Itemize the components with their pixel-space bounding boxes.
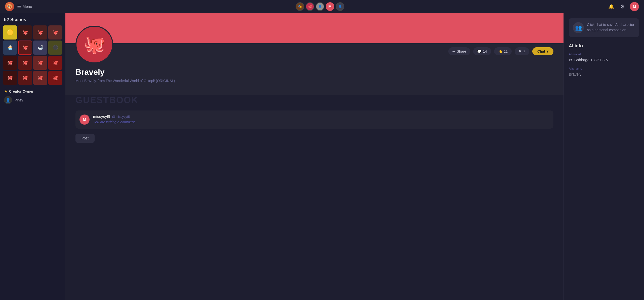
scene-thumb-16[interactable]: 🐙	[48, 71, 62, 85]
creator-name: Pinsy	[15, 98, 23, 102]
ai-name-label: AI's name	[569, 67, 639, 70]
comment-user-row: missycyf5 @missycyf5	[93, 115, 549, 119]
nav-user-current[interactable]: M	[326, 2, 334, 11]
character-avatar-wrap: 🐙	[75, 26, 113, 63]
menu-label: Menu	[23, 4, 32, 9]
character-name: Bravely	[75, 67, 553, 77]
ai-info-section: AI info AI model 🗂 Babbage + GPT 3.5 AI'…	[569, 43, 639, 76]
guestbook-section: GUESTBOOK M missycyf5 @missycyf5 You are…	[65, 95, 564, 143]
hamburger-icon: ☰	[17, 4, 21, 9]
topnav-right: 🔔 ⚙ M	[608, 2, 639, 11]
comments-count: 14	[483, 49, 487, 53]
scene-thumb-14[interactable]: 🐙	[18, 71, 32, 85]
sidebar: 52 Scenes 🟡 🐙 🐙 🐙 🧁 🐙 🛁 ⚫ 🐙 🐙 🐙 🐙 🐙 🐙 🐙 …	[0, 13, 65, 300]
scene-thumb-9[interactable]: 🐙	[3, 56, 17, 70]
scene-thumb-8[interactable]: ⚫	[48, 41, 62, 55]
nav-user-3[interactable]: 👤	[316, 2, 324, 11]
nav-user-5[interactable]: 👤	[336, 2, 344, 11]
ai-companion-hint: Click chat to save AI character as a per…	[587, 22, 635, 33]
scenes-title: 52 Scenes	[3, 17, 62, 22]
ai-companion-box: 👥 Click chat to save AI character as a p…	[569, 18, 639, 37]
share-icon: ↩	[452, 49, 455, 53]
guestbook-title: GUESTBOOK	[75, 95, 553, 105]
scenes-grid: 🟡 🐙 🐙 🐙 🧁 🐙 🛁 ⚫ 🐙 🐙 🐙 🐙 🐙 🐙 🐙 🐙	[3, 25, 62, 85]
hearts-button[interactable]: ❤ 7	[515, 47, 529, 55]
main-content: 🐙 ↩ Share 💬 14 👋 11	[65, 13, 564, 300]
wave-icon: 👋	[498, 49, 502, 53]
post-button[interactable]: Post	[75, 134, 95, 143]
creator-label-text: Creator/Owner	[9, 89, 33, 93]
character-emoji: 🐙	[84, 34, 105, 55]
character-avatar: 🐙	[75, 26, 113, 63]
scene-thumb-3[interactable]: 🐙	[33, 25, 47, 40]
waves-button[interactable]: 👋 11	[494, 47, 512, 55]
comment-user-avatar: M	[79, 115, 90, 125]
ai-model-value-row: 🗂 Babbage + GPT 3.5	[569, 58, 639, 62]
nav-avatar-1-img: 🎭	[298, 5, 302, 8]
wave-count: 11	[504, 49, 508, 53]
menu-button[interactable]: ☰ Menu	[17, 4, 32, 9]
companion-icon-glyph: 👥	[575, 24, 582, 31]
right-panel: 👥 Click chat to save AI character as a p…	[564, 13, 644, 300]
comment-area: M missycyf5 @missycyf5 You are writing a…	[75, 110, 553, 129]
nav-user-1[interactable]: 🎭	[296, 2, 304, 11]
comment-placeholder-text[interactable]: You are writing a comment.	[93, 120, 549, 124]
share-button[interactable]: ↩ Share	[448, 47, 470, 55]
nav-avatar-2-img: 🐙	[308, 5, 312, 8]
chat-chevron-icon: ▾	[547, 49, 548, 53]
topnav: 🎨 ☰ Menu 🎭 🐙 👤 M 👤 🔔 ⚙ M	[0, 0, 644, 13]
comments-button[interactable]: 💬 14	[473, 47, 491, 55]
creator-label: ★ Creator/Owner	[4, 89, 61, 94]
ai-companion-icon: 👥	[573, 22, 584, 33]
comment-handle: @missycyf5	[112, 115, 130, 119]
app-logo[interactable]: 🎨	[5, 2, 14, 11]
logo-icon: 🎨	[7, 4, 13, 10]
scene-thumb-7[interactable]: 🛁	[33, 41, 47, 55]
user-avatar-initial: M	[633, 4, 636, 9]
creator-user-link[interactable]: 👤 Pinsy	[4, 96, 61, 104]
nav-user-2[interactable]: 🐙	[306, 2, 314, 11]
chat-button[interactable]: Chat ▾	[532, 47, 553, 55]
scene-thumb-10[interactable]: 🐙	[18, 56, 32, 70]
character-actions: ↩ Share 💬 14 👋 11 ❤ 7	[448, 43, 553, 57]
post-label: Post	[82, 136, 89, 140]
nav-avatar-3-img: 👤	[318, 5, 322, 8]
creator-section: ★ Creator/Owner 👤 Pinsy	[3, 89, 62, 104]
ai-model-value: Babbage + GPT 3.5	[574, 58, 608, 62]
character-banner	[65, 13, 564, 43]
ai-name-value: Bravely	[569, 72, 639, 76]
user-avatar-button[interactable]: M	[630, 2, 639, 11]
character-description: Meet Bravely, from The Wonderful World o…	[75, 79, 553, 83]
ai-info-title: AI info	[569, 43, 639, 49]
heart-icon: ❤	[519, 49, 522, 53]
topnav-center-avatars: 🎭 🐙 👤 M 👤	[296, 2, 344, 11]
heart-count: 7	[523, 49, 525, 53]
creator-avatar-icon: 👤	[6, 98, 11, 103]
settings-icon: ⚙	[620, 4, 625, 10]
scene-thumb-1[interactable]: 🟡	[3, 25, 17, 40]
topnav-left: 🎨 ☰ Menu	[5, 2, 32, 11]
chat-label: Chat	[537, 49, 545, 53]
scene-thumb-11[interactable]: 🐙	[33, 56, 47, 70]
scene-thumb-12[interactable]: 🐙	[48, 56, 62, 70]
settings-button[interactable]: ⚙	[619, 3, 626, 10]
comments-icon: 💬	[477, 49, 481, 53]
scene-thumb-2[interactable]: 🐙	[18, 25, 32, 40]
comment-username: missycyf5	[93, 115, 110, 119]
scene-thumb-13[interactable]: 🐙	[3, 71, 17, 85]
main-layout: 52 Scenes 🟡 🐙 🐙 🐙 🧁 🐙 🛁 ⚫ 🐙 🐙 🐙 🐙 🐙 🐙 🐙 …	[0, 13, 644, 300]
notification-button[interactable]: 🔔	[608, 3, 615, 10]
nav-current-initial: M	[329, 4, 332, 9]
star-icon: ★	[4, 89, 8, 94]
comment-user-initial: M	[83, 117, 86, 122]
scene-thumb-5[interactable]: 🧁	[3, 41, 17, 55]
creator-avatar: 👤	[4, 96, 12, 104]
scene-thumb-6[interactable]: 🐙	[18, 41, 32, 55]
ai-model-icon: 🗂	[569, 58, 572, 62]
share-label: Share	[457, 49, 466, 53]
scene-thumb-4[interactable]: 🐙	[48, 25, 62, 40]
scene-thumb-15[interactable]: 🐙	[33, 71, 47, 85]
character-profile-section: 🐙 ↩ Share 💬 14 👋 11	[65, 43, 564, 95]
notification-icon: 🔔	[608, 4, 615, 10]
nav-avatar-5-img: 👤	[338, 5, 342, 8]
